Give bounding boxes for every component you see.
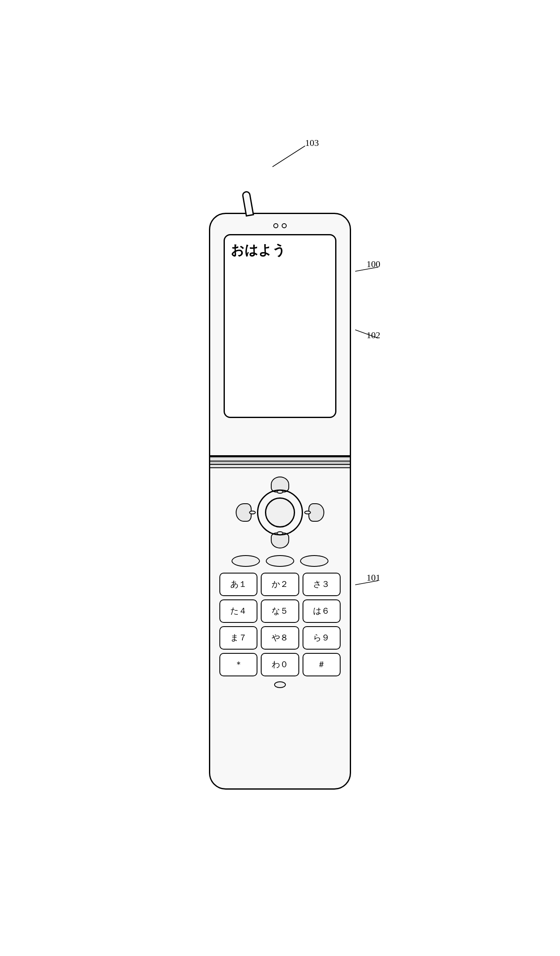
key-ha6[interactable]: は６ [303,599,341,623]
key-hash[interactable]: ＃ [303,653,341,676]
speaker-dot-left [273,223,278,228]
label-102: 102 [367,330,380,341]
key-sa3[interactable]: さ３ [303,573,341,596]
key-na5[interactable]: な５ [261,599,299,623]
phone-bottom: あ１ か２ さ３ た４ な５ は６ ま７ や８ ら９ ＊ わ０ ＃ [210,468,350,788]
nav-indicator-right [304,510,311,514]
speaker-dot-right [282,223,287,228]
nav-indicator-bottom [277,531,283,535]
label-100: 100 [367,259,380,270]
diagram-wrapper: 103 100 102 101 104 おはよう [176,112,384,865]
bottom-mic [274,681,286,688]
page-container: 103 100 102 101 104 おはよう [0,0,560,956]
nav-center-button[interactable] [265,497,295,528]
antenna [242,190,254,217]
softkey-left[interactable] [232,555,260,567]
key-ra9[interactable]: ら９ [303,626,341,650]
speaker-dots [273,223,287,228]
key-ya8[interactable]: や８ [261,626,299,650]
screen-text: おはよう [231,241,329,260]
keypad: あ１ か２ さ３ た４ な５ は６ ま７ や８ ら９ ＊ わ０ ＃ [219,573,341,676]
phone-hinge [210,456,350,468]
softkey-right[interactable] [300,555,328,567]
phone-body: おはよう [209,213,351,790]
svg-line-0 [272,146,305,167]
key-star[interactable]: ＊ [219,653,257,676]
nav-cluster [234,475,326,550]
label-101: 101 [367,572,380,583]
phone-top: おはよう [210,214,350,456]
key-wa0[interactable]: わ０ [261,653,299,676]
key-ta4[interactable]: た４ [219,599,257,623]
nav-indicator-left [249,510,256,514]
nav-indicator-top [277,490,283,494]
softkey-center[interactable] [266,555,294,567]
key-ma7[interactable]: ま７ [219,626,257,650]
key-ka2[interactable]: か２ [261,573,299,596]
label-103: 103 [305,138,319,148]
hinge-line [210,461,350,465]
key-a1[interactable]: あ１ [219,573,257,596]
softkey-row [232,555,328,567]
screen: おはよう [224,234,336,418]
